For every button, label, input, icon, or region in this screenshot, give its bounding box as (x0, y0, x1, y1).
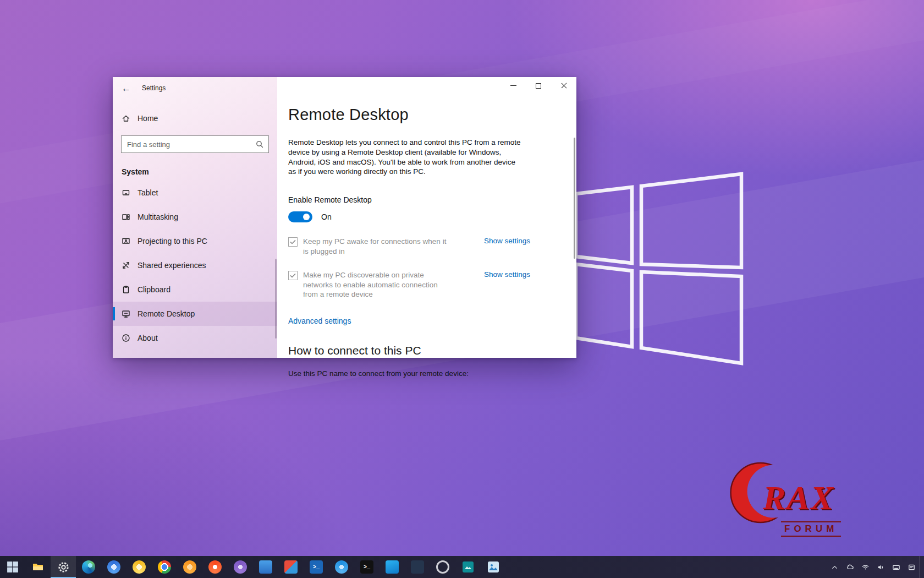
start-icon[interactable] (0, 556, 25, 578)
powershell-icon[interactable]: >_ (304, 556, 329, 578)
tablet-icon (122, 188, 130, 197)
home-icon (122, 114, 130, 123)
advanced-settings-link[interactable]: Advanced settings (288, 317, 351, 325)
sidebar-item-label: Projecting to this PC (138, 237, 207, 246)
network-icon[interactable] (858, 556, 872, 578)
red-blue-app-icon[interactable] (278, 556, 304, 578)
titlebar: ← Settings (113, 77, 277, 99)
watermark-subtitle: FORUM (781, 521, 841, 537)
command-prompt-icon[interactable]: >_ (354, 556, 380, 578)
blue-files-app-icon[interactable] (253, 556, 278, 578)
sidebar-item-shared-experiences[interactable]: Shared experiences (113, 253, 277, 277)
sidebar-item-label: About (138, 334, 158, 342)
discoverable-checkbox[interactable] (288, 271, 298, 280)
sidebar-item-remote-desktop[interactable]: Remote Desktop (113, 302, 277, 326)
option-keep-awake: Keep my PC awake for connections when it… (288, 237, 530, 256)
minimize-icon (510, 85, 516, 86)
sidebar-item-label: Shared experiences (138, 261, 206, 270)
volume-icon[interactable] (873, 556, 888, 578)
enable-remote-desktop-label: Enable Remote Desktop (288, 195, 576, 204)
close-button[interactable] (551, 77, 576, 94)
sidebar-scrollbar[interactable] (275, 259, 277, 339)
about-icon (122, 334, 130, 342)
brave-icon[interactable] (202, 556, 228, 578)
option-label: Keep my PC awake for connections when it… (303, 237, 453, 256)
back-button[interactable]: ← (122, 84, 131, 93)
content-scrollbar[interactable] (574, 138, 575, 259)
navy-app-icon[interactable] (405, 556, 430, 578)
search-box[interactable] (121, 135, 269, 153)
cloud-icon[interactable] (843, 556, 857, 578)
sidebar-item-label: Tablet (138, 188, 158, 197)
sidebar-item-projecting[interactable]: Projecting to this PC (113, 229, 277, 253)
settings-sidebar: ← Settings Home System Table (113, 77, 277, 358)
chrome-canary-icon[interactable] (127, 556, 152, 578)
taskbar: >_ >_ (0, 556, 924, 578)
projecting-icon (122, 237, 130, 246)
how-to-connect-title: How to connect to this PC (288, 344, 576, 357)
teal-app-icon[interactable] (455, 556, 481, 578)
minimize-button[interactable] (501, 77, 526, 94)
sidebar-item-label: Remote Desktop (138, 309, 195, 318)
settings-content: Remote Desktop Remote Desktop lets you c… (277, 77, 576, 358)
shared-experiences-icon (122, 261, 130, 270)
show-desktop-button[interactable] (920, 556, 923, 578)
watermark-brand: RAX (763, 478, 834, 517)
sidebar-item-multitasking[interactable]: Multitasking (113, 205, 277, 229)
action-center-icon[interactable] (904, 556, 919, 578)
sidebar-item-label: Multitasking (138, 212, 178, 221)
file-explorer-icon[interactable] (25, 556, 51, 578)
sidebar-item-tablet[interactable]: Tablet (113, 181, 277, 205)
show-settings-link-1[interactable]: Show settings (484, 237, 530, 245)
chrome-dev-icon[interactable] (101, 556, 127, 578)
sidebar-home-label: Home (138, 114, 158, 123)
system-tray (827, 556, 924, 578)
remote-desktop-toggle[interactable] (288, 211, 312, 222)
photos-icon[interactable] (481, 556, 506, 578)
page-description: Remote Desktop lets you connect to and c… (288, 138, 524, 177)
sidebar-section-title: System (113, 167, 277, 176)
sidebar-item-home[interactable]: Home (113, 108, 277, 129)
edge-icon[interactable] (76, 556, 101, 578)
sidebar-item-clipboard[interactable]: Clipboard (113, 277, 277, 302)
maximize-icon (536, 83, 541, 89)
settings-window: ← Settings Home System Table (113, 77, 576, 358)
option-discoverable: Make my PC discoverable on private netwo… (288, 270, 530, 299)
search-input[interactable] (127, 140, 255, 149)
watermark: RAX FORUM (729, 460, 866, 548)
sidebar-item-label: Clipboard (138, 285, 170, 294)
clipboard-icon (122, 285, 130, 294)
show-settings-link-2[interactable]: Show settings (484, 270, 530, 279)
search-icon[interactable] (255, 140, 264, 149)
sidebar-item-about[interactable]: About (113, 326, 277, 350)
pc-name-instruction: Use this PC name to connect from your re… (288, 369, 576, 378)
keep-awake-checkbox[interactable] (288, 237, 298, 247)
chevron-up-icon[interactable] (827, 556, 842, 578)
settings-gear-icon[interactable] (51, 556, 76, 578)
toggle-state-label: On (321, 212, 332, 221)
blue-app-icon[interactable] (329, 556, 354, 578)
remote-desktop-icon (122, 309, 130, 318)
maximize-button[interactable] (526, 77, 551, 94)
close-icon (560, 82, 568, 89)
multitasking-icon (122, 212, 130, 221)
orange-app-icon[interactable] (177, 556, 202, 578)
page-title: Remote Desktop (288, 106, 576, 124)
desktop: ← Settings Home System Table (0, 0, 924, 578)
purple-app-icon[interactable] (228, 556, 253, 578)
silver-app-icon[interactable] (430, 556, 455, 578)
vscode-icon[interactable] (380, 556, 405, 578)
window-title: Settings (142, 84, 166, 92)
option-label: Make my PC discoverable on private netwo… (303, 270, 453, 299)
window-controls (501, 77, 576, 94)
chrome-icon[interactable] (152, 556, 177, 578)
keyboard-icon[interactable] (889, 556, 903, 578)
